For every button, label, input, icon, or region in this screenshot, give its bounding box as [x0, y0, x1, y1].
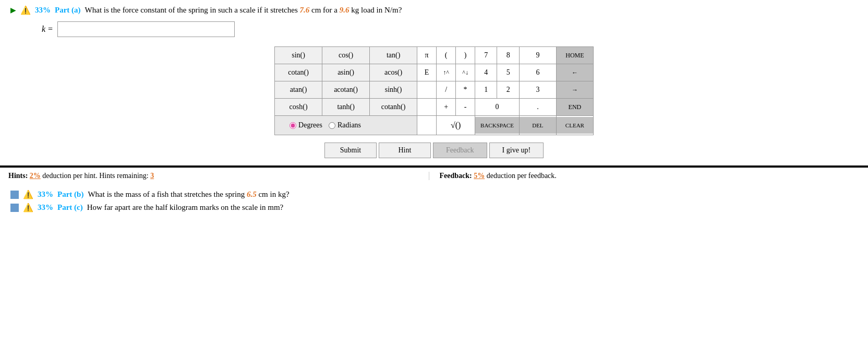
degrees-radio[interactable] [290, 122, 296, 129]
E-button[interactable]: E [417, 64, 436, 81]
right-arrow-cell[interactable]: → [556, 81, 593, 99]
num8-button[interactable]: 8 [497, 47, 519, 64]
end-button[interactable]: END [557, 99, 593, 115]
num6-button[interactable]: 6 [520, 64, 556, 81]
hint-button[interactable]: Hint [379, 143, 431, 158]
tanh-button[interactable]: tanh() [322, 99, 369, 115]
home-button[interactable]: HOME [557, 47, 593, 64]
num0-cell[interactable]: 0 [475, 99, 520, 116]
clear-cell[interactable]: CLEAR [556, 116, 593, 135]
sin-button[interactable]: sin() [275, 47, 322, 64]
sqrt-cell[interactable]: √() [437, 116, 475, 135]
cparen-cell[interactable]: ) [456, 47, 475, 64]
num4-button[interactable]: 4 [475, 64, 497, 81]
cosh-cell[interactable]: cosh() [275, 99, 322, 116]
minus-cell[interactable]: - [456, 99, 475, 116]
hints-remaining[interactable]: 3 [150, 172, 154, 180]
sinh-button[interactable]: sinh() [370, 81, 417, 98]
clear-button[interactable]: CLEAR [557, 117, 593, 134]
hints-percent[interactable]: 2% [30, 172, 41, 180]
divide-cell[interactable]: / [437, 81, 456, 99]
num7-cell[interactable]: 7 [475, 47, 497, 64]
num3-cell[interactable]: 3 [519, 81, 556, 99]
cotan-button[interactable]: cotan() [275, 64, 322, 81]
tan-button[interactable]: tan() [370, 47, 417, 64]
submit-button[interactable]: Submit [324, 143, 377, 158]
oparen-cell[interactable]: ( [437, 47, 456, 64]
cotan-cell[interactable]: cotan() [275, 64, 322, 81]
tanh-cell[interactable]: tanh() [322, 99, 370, 116]
divide-button[interactable]: / [437, 81, 455, 98]
num5-cell[interactable]: 5 [497, 64, 519, 81]
answer-input[interactable] [57, 21, 235, 37]
home-cell[interactable]: HOME [556, 47, 593, 64]
acos-button[interactable]: acos() [370, 64, 417, 81]
load-val: 9.6 [340, 6, 349, 14]
num6-cell[interactable]: 6 [519, 64, 556, 81]
q-mid: cm for a [311, 6, 337, 14]
right-arrow-button[interactable]: → [557, 81, 593, 98]
feedback-button[interactable]: Feedback [433, 143, 487, 158]
num3-button[interactable]: 3 [520, 81, 556, 98]
open-paren-button[interactable]: ( [437, 47, 455, 64]
acotan-button[interactable]: acotan() [322, 81, 369, 98]
atan-cell[interactable]: atan() [275, 81, 322, 99]
dot-cell[interactable]: . [519, 99, 556, 116]
empty2-button [417, 99, 436, 115]
cotanh-cell[interactable]: cotanh() [370, 99, 417, 116]
pi-cell[interactable]: π [417, 47, 437, 64]
cos-cell[interactable]: cos() [322, 47, 370, 64]
acotan-cell[interactable]: acotan() [322, 81, 370, 99]
up-arrow-button[interactable]: ↑^ [437, 64, 455, 81]
num4-cell[interactable]: 4 [475, 64, 497, 81]
radians-radio-label[interactable]: Radians [329, 121, 361, 129]
num7-button[interactable]: 7 [475, 47, 497, 64]
backspace-button[interactable]: BACKSPACE [475, 117, 519, 134]
minus-button[interactable]: - [456, 99, 475, 115]
downarrow-cell[interactable]: ^↓ [456, 64, 475, 81]
num2-cell[interactable]: 2 [497, 81, 519, 99]
plus-cell[interactable]: + [437, 99, 456, 116]
radians-radio[interactable] [329, 122, 335, 129]
left-arrow-cell[interactable]: ← [556, 64, 593, 81]
num0-button[interactable]: 0 [475, 99, 519, 115]
multiply-cell[interactable]: * [456, 81, 475, 99]
del-button[interactable]: DEL [520, 117, 556, 134]
play-icon[interactable]: ▶ [10, 6, 16, 15]
sin-cell[interactable]: sin() [275, 47, 322, 64]
degrees-radio-label[interactable]: Degrees [290, 121, 322, 129]
sinh-cell[interactable]: sinh() [370, 81, 417, 99]
feedback-percent[interactable]: 5% [474, 172, 485, 180]
cosh-button[interactable]: cosh() [275, 99, 322, 115]
num9-cell[interactable]: 9 [519, 47, 556, 64]
num1-button[interactable]: 1 [475, 81, 497, 98]
down-arrow-button[interactable]: ^↓ [456, 64, 475, 81]
dot-button[interactable]: . [520, 99, 556, 115]
multiply-button[interactable]: * [456, 81, 475, 98]
sqrt-button[interactable]: √() [437, 117, 475, 134]
num1-cell[interactable]: 1 [475, 81, 497, 99]
asin-button[interactable]: asin() [322, 64, 369, 81]
end-cell[interactable]: END [556, 99, 593, 116]
tan-cell[interactable]: tan() [370, 47, 417, 64]
plus-button[interactable]: + [437, 99, 455, 115]
num9-button[interactable]: 9 [520, 47, 556, 64]
cotanh-button[interactable]: cotanh() [370, 99, 417, 115]
uparrow-cell[interactable]: ↑^ [437, 64, 456, 81]
E-cell[interactable]: E [417, 64, 437, 81]
del-cell[interactable]: DEL [519, 116, 556, 135]
atan-button[interactable]: atan() [275, 81, 322, 98]
num8-cell[interactable]: 8 [497, 47, 519, 64]
asin-cell[interactable]: asin() [322, 64, 370, 81]
pi-button[interactable]: π [417, 47, 436, 64]
left-arrow-button[interactable]: ← [557, 64, 593, 81]
k-label: k = [42, 25, 53, 34]
backspace-cell[interactable]: BACKSPACE [475, 116, 520, 135]
acos-cell[interactable]: acos() [370, 64, 417, 81]
question-text-a: What is the force constant of the spring… [85, 6, 402, 15]
close-paren-button[interactable]: ) [456, 47, 475, 64]
cos-button[interactable]: cos() [322, 47, 369, 64]
give-up-button[interactable]: I give up! [489, 143, 544, 158]
num2-button[interactable]: 2 [497, 81, 519, 98]
num5-button[interactable]: 5 [497, 64, 519, 81]
